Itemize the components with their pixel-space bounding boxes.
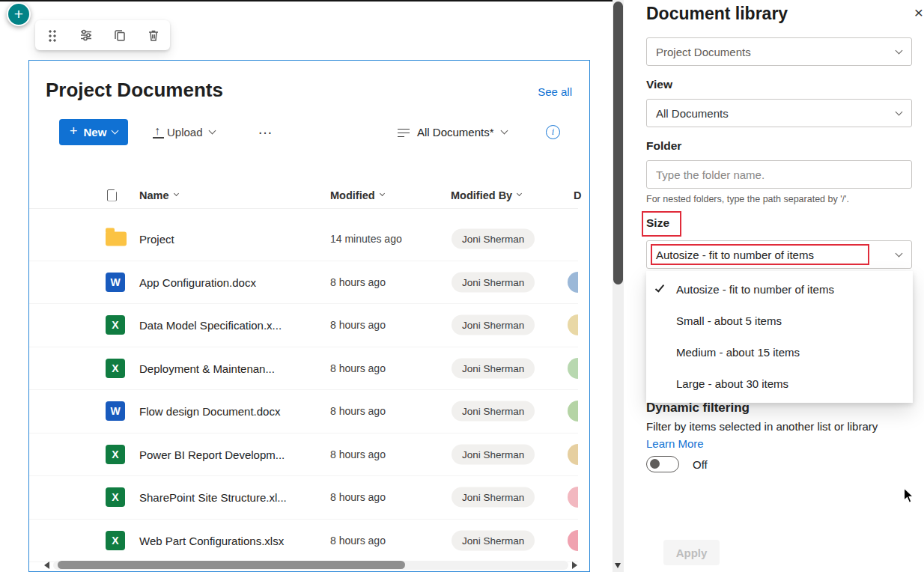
- see-all-link[interactable]: See all: [538, 85, 572, 98]
- upload-icon: ↑: [154, 126, 160, 139]
- person-pill[interactable]: Joni Sherman: [452, 229, 535, 249]
- chevron-down-icon: [896, 249, 903, 257]
- scroll-right-arrow[interactable]: [572, 562, 577, 569]
- library-dropdown[interactable]: Project Documents: [646, 37, 912, 66]
- table-row[interactable]: Power BI Report Developm... 8 hours ago …: [29, 433, 578, 477]
- horizontal-scrollbar: [44, 560, 577, 570]
- drag-handle-icon[interactable]: [43, 25, 62, 45]
- scroll-left-arrow[interactable]: [44, 562, 49, 569]
- modified-by-column-label: Modified By: [451, 189, 512, 201]
- menu-item-large[interactable]: Large - about 30 items: [646, 368, 913, 399]
- table-row[interactable]: App Configuration.docx 8 hours ago Joni …: [29, 261, 578, 305]
- view-label: View: [646, 78, 672, 91]
- modified-column-header[interactable]: Modified: [330, 189, 384, 201]
- edit-properties-icon[interactable]: [76, 25, 96, 45]
- modified-value: 8 hours ago: [330, 491, 386, 503]
- file-name[interactable]: SharePoint Site Structure.xl...: [139, 491, 287, 504]
- chevron-down-icon: [112, 127, 119, 135]
- size-dropdown[interactable]: Autosize - fit to number of items: [646, 240, 912, 269]
- person-pill[interactable]: Joni Sherman: [452, 358, 535, 378]
- table-row[interactable]: Data Model Specification.x... 8 hours ag…: [29, 304, 578, 347]
- person-pill[interactable]: Joni Sherman: [452, 272, 535, 292]
- menu-item-autosize[interactable]: Autosize - fit to number of items: [646, 273, 913, 305]
- modified-value: 8 hours ago: [330, 448, 386, 460]
- file-name[interactable]: Project: [139, 233, 174, 246]
- grip-dots-icon: [48, 29, 57, 42]
- vertical-scroll-thumb[interactable]: [613, 1, 623, 285]
- view-switcher-icon: [398, 128, 410, 137]
- modified-by-column-header[interactable]: Modified By: [451, 189, 521, 201]
- horizontal-scroll-thumb[interactable]: [58, 561, 405, 569]
- truncated-column-label: D: [574, 189, 581, 201]
- table-row[interactable]: SharePoint Site Structure.xl... 8 hours …: [29, 476, 578, 520]
- table-row[interactable]: Project 14 minutes ago Joni Sherman: [29, 218, 578, 261]
- menu-item-label: Autosize - fit to number of items: [676, 283, 834, 296]
- delete-icon[interactable]: [144, 25, 163, 45]
- chevron-down-icon: [896, 108, 903, 115]
- table-body: Project 14 minutes ago Joni Sherman App …: [29, 214, 578, 562]
- folder-input[interactable]: [646, 160, 912, 189]
- avatar[interactable]: [568, 272, 578, 293]
- file-name[interactable]: Deployment & Maintenan...: [139, 362, 275, 374]
- size-dropdown-value: Autosize - fit to number of items: [656, 249, 814, 261]
- avatar[interactable]: [568, 401, 578, 422]
- apply-button[interactable]: Apply: [663, 540, 720, 565]
- person-pill[interactable]: Joni Sherman: [452, 487, 535, 508]
- page: + Project Documents See all + N: [0, 0, 924, 572]
- property-panel: Document library × Project Documents Vie…: [633, 0, 924, 572]
- avatar[interactable]: [568, 530, 578, 551]
- info-button[interactable]: i: [546, 125, 560, 139]
- menu-item-label: Large - about 30 items: [676, 377, 788, 390]
- avatar[interactable]: [568, 358, 578, 379]
- horizontal-scroll-track[interactable]: [53, 561, 568, 570]
- add-section-button[interactable]: +: [7, 2, 31, 26]
- table-row[interactable]: Web Part Configurations.xlsx 8 hours ago…: [29, 520, 578, 563]
- view-selector-button[interactable]: All Documents*: [398, 119, 507, 145]
- dynamic-filtering-toggle[interactable]: [646, 456, 679, 472]
- view-dropdown[interactable]: All Documents: [646, 99, 912, 127]
- file-type-column-header[interactable]: [107, 189, 117, 201]
- modified-value: 14 minutes ago: [330, 233, 402, 245]
- avatar[interactable]: [568, 444, 578, 465]
- scroll-down-arrow[interactable]: [615, 563, 621, 568]
- folder-label: Folder: [646, 139, 681, 153]
- chevron-down-icon: [173, 191, 178, 196]
- table-row[interactable]: Deployment & Maintenan... 8 hours ago Jo…: [29, 347, 578, 391]
- chevron-down-icon: [517, 191, 522, 196]
- new-button[interactable]: + New: [59, 119, 128, 145]
- upload-button[interactable]: ↑ Upload: [154, 119, 215, 145]
- learn-more-link[interactable]: Learn More: [646, 437, 704, 450]
- name-column-label: Name: [139, 189, 169, 201]
- vertical-scrollbar[interactable]: [613, 0, 624, 572]
- folder-helper-text: For nested folders, type the path separa…: [646, 194, 923, 204]
- excel-file-icon: [106, 445, 125, 464]
- dynamic-filtering-description: Filter by items selected in another list…: [646, 418, 887, 452]
- view-selector-label: All Documents*: [417, 126, 494, 139]
- excel-file-icon: [106, 315, 125, 335]
- person-pill[interactable]: Joni Sherman: [452, 530, 535, 550]
- avatar[interactable]: [568, 487, 578, 508]
- file-name[interactable]: App Configuration.docx: [139, 276, 256, 288]
- duplicate-icon[interactable]: [110, 25, 130, 45]
- size-dropdown-menu: Autosize - fit to number of items Small …: [646, 271, 913, 403]
- close-icon[interactable]: ×: [911, 3, 924, 22]
- menu-item-label: Small - about 5 items: [676, 314, 782, 327]
- name-column-header[interactable]: Name: [139, 189, 178, 201]
- file-name[interactable]: Flow design Document.docx: [139, 405, 280, 418]
- file-name[interactable]: Web Part Configurations.xlsx: [139, 534, 284, 547]
- file-name[interactable]: Power BI Report Developm...: [139, 448, 285, 460]
- person-pill[interactable]: Joni Sherman: [452, 315, 535, 335]
- avatar[interactable]: [568, 314, 578, 335]
- table-row[interactable]: Flow design Document.docx 8 hours ago Jo…: [29, 390, 578, 433]
- truncated-column-header[interactable]: D: [574, 189, 581, 201]
- menu-item-medium[interactable]: Medium - about 15 items: [646, 336, 913, 368]
- library-dropdown-value: Project Documents: [656, 46, 751, 58]
- menu-item-small[interactable]: Small - about 5 items: [646, 305, 913, 336]
- person-pill[interactable]: Joni Sherman: [452, 401, 535, 422]
- modified-column-label: Modified: [330, 189, 375, 201]
- more-commands-button[interactable]: …: [258, 116, 273, 142]
- person-pill[interactable]: Joni Sherman: [452, 444, 535, 464]
- webpart-toolbar: [35, 20, 170, 50]
- file-name[interactable]: Data Model Specification.x...: [139, 319, 282, 332]
- dynamic-filtering-label: Dynamic filtering: [646, 401, 750, 416]
